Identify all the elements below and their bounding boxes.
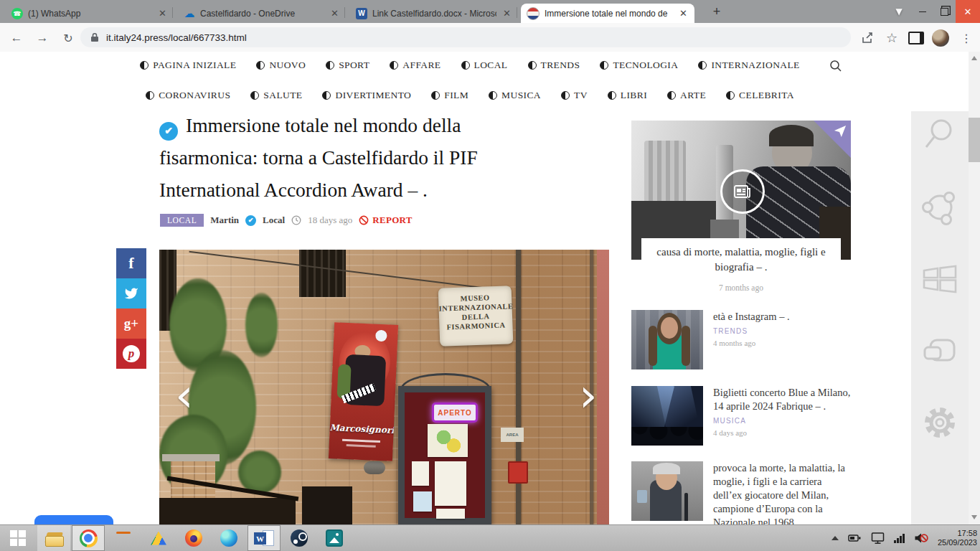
- taskbar-google-drive[interactable]: [142, 525, 175, 551]
- taskbar-edge[interactable]: [212, 525, 245, 551]
- taskbar-clock[interactable]: 17:58 25/09/2023: [938, 529, 977, 548]
- hidden-blue-button[interactable]: [34, 515, 113, 524]
- word-icon: W: [254, 530, 274, 546]
- tab-close-icon[interactable]: ✕: [501, 9, 512, 18]
- carousel-prev-icon[interactable]: ‹: [175, 377, 194, 413]
- nav-item-nuovo[interactable]: NUOVO: [256, 60, 306, 71]
- signal-bars-icon[interactable]: [894, 534, 905, 543]
- report-link[interactable]: REPORT: [359, 215, 413, 226]
- taskbar-word[interactable]: W: [248, 525, 281, 551]
- muted-speaker-icon[interactable]: [914, 532, 928, 545]
- tab-close-icon[interactable]: ✕: [678, 9, 689, 18]
- category-badge[interactable]: LOCAL: [160, 214, 204, 227]
- new-tab-button[interactable]: +: [707, 2, 726, 21]
- nav-item-libri[interactable]: LIBRI: [608, 90, 647, 101]
- nav-item-salute[interactable]: SALUTE: [250, 90, 302, 101]
- nav-item-coronavirus[interactable]: CORONAVIRUS: [146, 90, 230, 101]
- facebook-icon[interactable]: f: [116, 248, 146, 278]
- item-text: Biglietti concerto Blue a Milano, 14 apr…: [713, 386, 851, 446]
- nav-item-trends[interactable]: TRENDS: [528, 60, 580, 71]
- window-restore-button[interactable]: [934, 0, 954, 23]
- item-title[interactable]: Biglietti concerto Blue a Milano, 14 apr…: [713, 386, 851, 413]
- site-search-icon[interactable]: [829, 60, 842, 72]
- taskbar-file-explorer[interactable]: [37, 525, 70, 551]
- googleplus-icon[interactable]: g+: [116, 309, 146, 339]
- nav-item-arte[interactable]: ARTE: [667, 90, 706, 101]
- item-category[interactable]: TRENDS: [713, 327, 790, 335]
- browser-tab-whatsapp[interactable]: ☎ (1) WhatsApp ✕: [6, 4, 174, 23]
- address-bar[interactable]: it.italy24.press/local/667733.html: [80, 27, 851, 47]
- nav-item-celebrita[interactable]: CELEBRITA: [726, 90, 794, 101]
- nav-item-tv[interactable]: TV: [561, 90, 588, 101]
- radiator: [644, 141, 686, 207]
- browser-tab-onedrive[interactable]: ☁ Castelfidardo - OneDrive ✕: [178, 4, 346, 23]
- taskbar-photos[interactable]: [318, 525, 351, 551]
- windows-icon[interactable]: [920, 259, 960, 299]
- menu-kebab-icon[interactable]: ⋮: [957, 29, 976, 47]
- twitter-icon[interactable]: [116, 278, 146, 309]
- back-button[interactable]: ←: [7, 29, 26, 47]
- scrollbar-thumb[interactable]: [969, 118, 980, 162]
- pinterest-icon[interactable]: p: [116, 339, 146, 369]
- sidebar-item-musica[interactable]: Biglietti concerto Blue a Milano, 14 apr…: [631, 386, 851, 446]
- nav-item-pagina-iniziale[interactable]: PAGINA INIZIALE: [140, 60, 236, 71]
- scrollbar-down-icon[interactable]: [971, 515, 977, 519]
- snap-window-icon[interactable]: [920, 331, 960, 371]
- profile-avatar[interactable]: [931, 29, 950, 47]
- settings-gear-icon[interactable]: [920, 402, 960, 443]
- wall-lamp: [364, 461, 385, 474]
- taskbar-chrome[interactable]: [72, 525, 105, 551]
- window-minimize-button[interactable]: [913, 0, 933, 23]
- nav-item-tecnologia[interactable]: TECNOLOGIA: [600, 60, 678, 71]
- hidden-icons-chevron[interactable]: [831, 536, 839, 540]
- battery-icon[interactable]: [848, 532, 862, 545]
- sidebar-item-trends[interactable]: età e Instagram – . TRENDS 4 months ago: [631, 310, 851, 369]
- vlc-icon: [116, 532, 131, 545]
- tab-close-icon[interactable]: ✕: [329, 9, 340, 18]
- tab-title: (1) WhatsApp: [28, 9, 152, 19]
- sidebar-item-milan[interactable]: provoca la morte, la malattia, la moglie…: [631, 461, 851, 524]
- featured-card[interactable]: causa di morte, malattia, moglie, figli …: [631, 121, 851, 292]
- tab-close-icon[interactable]: ✕: [157, 9, 168, 18]
- taskbar-firefox[interactable]: [177, 525, 210, 551]
- taskbar-steam[interactable]: [283, 525, 316, 551]
- nav-item-divertimento[interactable]: DIVERTIMENTO: [322, 90, 411, 101]
- forward-button[interactable]: →: [33, 29, 52, 47]
- share-page-icon[interactable]: [858, 29, 877, 47]
- browser-tab-word[interactable]: W Link Castelfidardo.docx - Microso ✕: [350, 4, 518, 23]
- half-circle-icon: [528, 61, 537, 70]
- half-circle-icon: [250, 91, 259, 100]
- taskbar-vlc[interactable]: [107, 525, 140, 551]
- browser-toolbar: ← → ↻ it.italy24.press/local/667733.html…: [0, 23, 980, 52]
- tab-list-chevron-icon[interactable]: ▼: [890, 0, 908, 23]
- nav-item-affare[interactable]: AFFARE: [390, 60, 440, 71]
- sidebar: causa di morte, malattia, moglie, figli …: [631, 121, 851, 292]
- browser-tab-active[interactable]: Immersione totale nel mondo de ✕: [521, 4, 694, 23]
- display-network-icon[interactable]: [871, 532, 885, 545]
- article-meta: LOCAL Martin ✔ Local 18 days ago REPORT: [160, 214, 413, 227]
- map-paper: [428, 424, 468, 457]
- tab-title: Immersione totale nel mondo de: [545, 9, 673, 19]
- whatsapp-icon: ☎: [11, 8, 23, 19]
- nav-item-internazionale[interactable]: INTERNAZIONALE: [698, 60, 799, 71]
- ivy: [238, 451, 281, 494]
- search-icon[interactable]: [920, 116, 960, 156]
- reload-button[interactable]: ↻: [59, 29, 77, 47]
- item-title[interactable]: provoca la morte, la malattia, la moglie…: [713, 461, 851, 524]
- item-title[interactable]: età e Instagram – .: [713, 310, 790, 324]
- item-category[interactable]: MUSICA: [713, 417, 851, 425]
- featured-title[interactable]: causa di morte, malattia, moglie, figli …: [641, 238, 841, 276]
- carousel-next-icon[interactable]: ›: [579, 377, 598, 413]
- nav-item-local[interactable]: LOCAL: [461, 60, 508, 71]
- scrollbar-up-icon[interactable]: [971, 56, 977, 60]
- screen: ☎ (1) WhatsApp ✕ ☁ Castelfidardo - OneDr…: [0, 0, 980, 551]
- nav-item-sport[interactable]: SPORT: [326, 60, 369, 71]
- nav-item-film[interactable]: FILM: [431, 90, 468, 101]
- share-network-icon[interactable]: [920, 187, 960, 227]
- side-panel-icon[interactable]: [907, 29, 925, 47]
- clock-icon: [291, 215, 301, 225]
- nav-item-musica[interactable]: MUSICA: [489, 90, 541, 101]
- bookmark-star-icon[interactable]: ☆: [882, 29, 901, 47]
- window-close-button[interactable]: ✕: [956, 0, 980, 23]
- start-button[interactable]: [1, 525, 34, 551]
